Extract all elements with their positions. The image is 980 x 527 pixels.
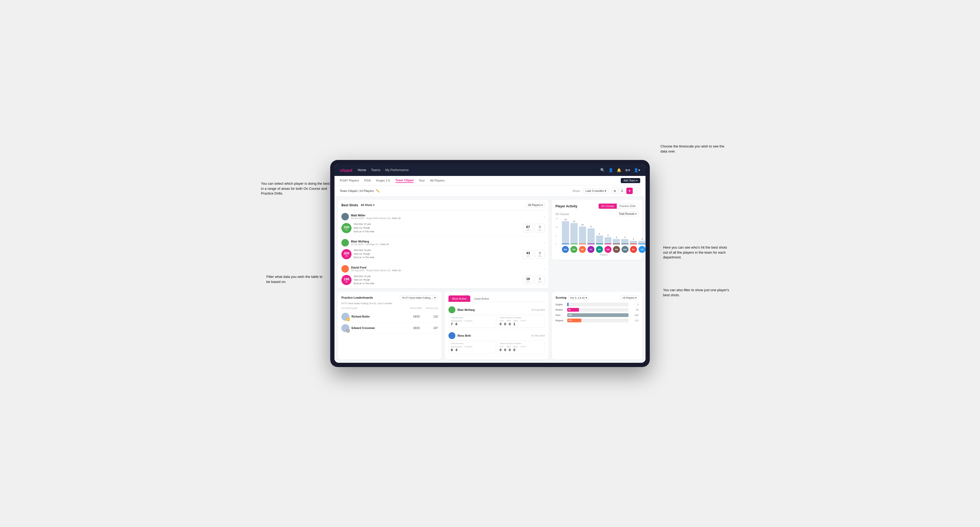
- lb-pb-score: 18/20: [404, 327, 420, 330]
- putt-label: PUTT: [520, 346, 526, 348]
- score-bar-row: Birdies 96 96: [555, 308, 639, 312]
- metric-unit: yds: [525, 281, 531, 283]
- score-bar-wrap: 115: [567, 319, 628, 322]
- all-players-filter[interactable]: All Players ▾: [526, 203, 545, 207]
- score-bar-fill: [567, 303, 568, 306]
- bar-highlight: [562, 243, 569, 244]
- lb-header: Practice Leaderboards PUTT Must Make Put…: [341, 295, 438, 300]
- practice-drills-tab[interactable]: Practice Drills: [617, 204, 638, 209]
- gtt-label: GTT: [500, 320, 504, 322]
- lb-rank-badge: 2: [346, 329, 350, 333]
- tournament-val: 7: [451, 322, 453, 326]
- shot-stats: 200 SG Shot Dist: 43 yds Start Lie: Roug…: [341, 249, 545, 259]
- y-label-10: 10: [555, 226, 561, 228]
- grid-view-icon[interactable]: ⊞: [611, 187, 618, 194]
- bar-highlight: [630, 243, 637, 244]
- sub-nav-pgat[interactable]: PGAT Players: [340, 179, 359, 183]
- best-shots-header: Best Shots All Shots ▾ All Players ▾: [338, 200, 549, 210]
- scoring-players-filter[interactable]: All Players ▾: [620, 295, 639, 300]
- shot-badge-num: 198: [344, 277, 349, 281]
- on-course-label: On Course: [555, 213, 569, 216]
- shot-chevron-icon[interactable]: ›: [544, 214, 545, 219]
- practice-vals: 0 0 0 1: [500, 322, 542, 326]
- search-icon[interactable]: 🔍: [600, 168, 605, 172]
- nav-teams[interactable]: Teams: [371, 168, 380, 172]
- sub-nav: PGAT Players PGA Hcaps 1-5 Team Clippd T…: [334, 176, 646, 186]
- bar-col: 3: [613, 218, 620, 244]
- notification-icon[interactable]: 🔔: [617, 168, 621, 172]
- add-icon[interactable]: ⊕▾: [625, 168, 630, 172]
- player-activity-title: Player Activity: [555, 205, 578, 208]
- bar-value: 13: [564, 218, 567, 221]
- score-bar-num: 499: [568, 314, 572, 316]
- shot-chevron-icon[interactable]: ›: [544, 241, 545, 245]
- score-bar-num: 115: [568, 319, 572, 322]
- x-axis-label: Players: [562, 253, 646, 256]
- y-label-5: 5: [555, 235, 561, 237]
- shot-player-info: Blair McHarg 23 Jul 2023 · Ashridge GC, …: [351, 240, 389, 246]
- list-view-icon[interactable]: ☰: [619, 187, 625, 194]
- shot-player-name: Matt Miller: [351, 214, 401, 217]
- lb-dropdown[interactable]: PUTT Must Make Putting … ▾: [400, 295, 438, 300]
- page-wrapper: Choose the timescale you wish to see the…: [330, 160, 650, 367]
- sub-nav-tour[interactable]: Tour: [419, 179, 425, 183]
- score-count: 96: [631, 308, 639, 311]
- rounds-vals: 8 4: [451, 348, 494, 352]
- sub-nav-hcaps[interactable]: Hcaps 1-5: [376, 179, 390, 183]
- player-avatar: EC: [630, 246, 637, 253]
- player-activity-header: Player Activity On Course Practice Drill…: [555, 203, 639, 209]
- lb-rank-badge: 1: [346, 317, 350, 321]
- score-label: Bogeys: [555, 319, 565, 322]
- score-label: Pars: [555, 314, 565, 316]
- users-icon[interactable]: 👤: [609, 168, 613, 172]
- most-active-tab[interactable]: Most Active: [449, 295, 470, 302]
- shot-chevron-icon[interactable]: ›: [544, 267, 545, 271]
- bar-value: 10: [581, 224, 584, 226]
- top-nav: clippd Home Teams My Performance 🔍 👤 🔔 ⊕…: [334, 164, 646, 176]
- active-player-header: Blair McHarg 26 Aug 2023: [449, 306, 545, 313]
- scoring-header: Scoring Par 3, 4 & 5s ▾ All Players ▾: [555, 295, 639, 300]
- sub-nav-all-players[interactable]: All Players: [430, 179, 444, 183]
- nav-home[interactable]: Home: [358, 168, 366, 172]
- shot-player-avatar: [341, 213, 349, 221]
- more-view-icon[interactable]: ⋮: [634, 187, 640, 194]
- best-shots-tabs: All Shots ▾: [361, 204, 374, 206]
- sub-nav-pga[interactable]: PGA: [364, 179, 371, 183]
- shot-details: Shot Dist: 67 yds Start Lie: Rough End L…: [354, 222, 521, 233]
- bar-value: 2: [641, 238, 642, 240]
- score-bar-row: Eagles 3: [555, 303, 639, 306]
- shot-end: End Lie: In The Hole: [354, 230, 521, 234]
- shot-badge: 200 SG: [341, 249, 352, 259]
- active-player: Blair McHarg 26 Aug 2023 Total Rounds To…: [449, 304, 545, 330]
- lb-avatar: 1: [341, 313, 349, 321]
- shot-dist: Shot Dist: 67 yds: [354, 222, 521, 226]
- add-team-button[interactable]: Add Team ▾: [621, 178, 640, 183]
- bar-chart-container: 15 10 5 0 13 12 10: [555, 218, 639, 256]
- lb-avg-score: 110: [422, 315, 438, 318]
- on-course-tab[interactable]: On Course: [599, 204, 617, 209]
- least-active-tab[interactable]: Least Active: [470, 295, 493, 302]
- scoring-par-filter[interactable]: Par 3, 4 & 5s ▾: [568, 295, 589, 300]
- nav-icons: 🔍 👤 🔔 ⊕▾ 👤▾: [600, 168, 640, 172]
- bar: [562, 221, 569, 244]
- practice-leaderboards-card: Practice Leaderboards PUTT Must Make Put…: [338, 292, 442, 360]
- bar-col: 9: [587, 218, 595, 244]
- shot-start: Start Lie: Rough: [354, 226, 521, 230]
- nav-my-performance[interactable]: My Performance: [385, 168, 409, 172]
- shot-item: David Ford 24 Aug 2023 · Royal North Dev…: [338, 262, 549, 289]
- bar-value: 2: [633, 238, 634, 240]
- bar-value: 9: [590, 225, 592, 228]
- all-shots-tab[interactable]: All Shots ▾: [361, 204, 374, 206]
- metric-zero-val: 0: [537, 277, 542, 281]
- shot-badge-num: 200: [344, 225, 349, 229]
- player-avatar: EE: [596, 246, 603, 253]
- avatar-icon[interactable]: 👤▾: [634, 168, 640, 172]
- time-select[interactable]: Last 3 months ▾: [583, 188, 609, 194]
- total-rounds-select[interactable]: Total Rounds ▾: [617, 211, 639, 216]
- lb-title: Practice Leaderboards: [341, 296, 373, 299]
- bar-value: 5: [599, 233, 600, 235]
- sub-nav-team-clippd[interactable]: Team Clippd: [396, 179, 414, 183]
- edit-team-icon[interactable]: ✏️: [376, 189, 380, 193]
- metric-box-zero: 0 yds: [535, 250, 545, 259]
- card-view-icon[interactable]: ♥: [626, 187, 633, 194]
